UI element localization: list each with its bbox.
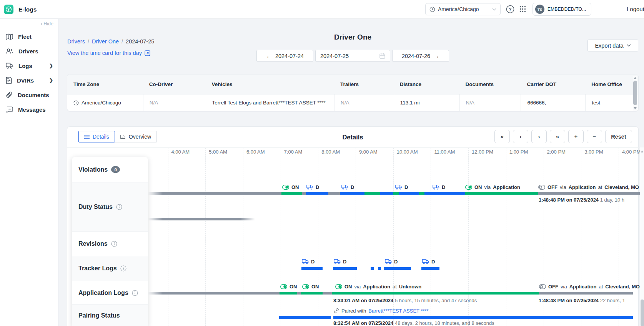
hour-gridline — [281, 148, 281, 326]
timezone-select[interactable]: America/Chicago — [425, 3, 501, 15]
cell-distance: 113.1 mi — [394, 94, 459, 111]
column-header-time-zone: Time Zone — [67, 74, 143, 94]
sidebar-item-documents[interactable]: Documents — [0, 88, 58, 102]
date-navigation: ←2024-07-24 2024-07-25 2024-07-26→ — [67, 50, 639, 62]
lane-label-application-logs: Application Logs — [72, 281, 148, 305]
table-scrollbar[interactable] — [633, 76, 637, 111]
breadcrumb-driver-one[interactable]: Driver One — [92, 38, 119, 45]
clock-icon — [429, 7, 435, 12]
duty-status-bar-segment — [148, 192, 281, 195]
info-icon[interactable] — [111, 241, 117, 247]
lane-label-pairing-status: Pairing Status — [72, 305, 148, 326]
breadcrumb-drivers[interactable]: Drivers — [67, 38, 85, 45]
scroll-down-arrow[interactable] — [634, 107, 637, 109]
prev-date-button[interactable]: ←2024-07-24 — [256, 50, 313, 62]
sidebar-item-messages[interactable]: Messages — [0, 102, 58, 117]
sidebar-item-fleet[interactable]: Fleet — [0, 29, 58, 44]
pan-right-button[interactable]: › — [531, 130, 547, 143]
axis-label: 7:00 AM — [284, 149, 303, 155]
next-date-button[interactable]: 2024-07-26→ — [392, 50, 449, 62]
sidebar-item-dvirs[interactable]: DVIRs ❯ — [0, 73, 58, 88]
duty-status-bar-segment — [281, 192, 302, 195]
timeline-chart: 4:00 AM5:00 AM6:00 AM7:00 AM8:00 AM9:00 … — [67, 147, 644, 326]
axis-label: 8:00 AM — [321, 149, 340, 155]
duty-status-bar-segment — [538, 192, 644, 195]
sidebar: ‹ Hide Fleet Drivers Logs ❯ DVIRs — [0, 19, 58, 326]
breadcrumb-date: 2024-07-25 — [126, 38, 154, 45]
column-header-home-office: Home Office — [585, 74, 638, 94]
info-icon[interactable] — [120, 265, 126, 271]
pan-far-right-button[interactable]: » — [550, 130, 565, 143]
export-data-button[interactable]: Export data — [587, 40, 638, 51]
tracker-logs-event-marker: D — [385, 259, 398, 264]
tracker-logs-bar-segment — [384, 267, 411, 270]
lane-label-tracker-logs: Tracker Logs — [72, 256, 148, 281]
lane-label-violations: Violations0 — [72, 157, 148, 182]
duty-status-bar-segment — [399, 192, 419, 195]
tracker-logs-bar-segment — [333, 267, 357, 270]
sidebar-hide-button[interactable]: ‹ Hide — [41, 21, 53, 26]
axis-label: 5:00 AM — [209, 149, 227, 155]
asset-link[interactable]: Barrett***TEST ASSET **** — [368, 308, 428, 314]
info-icon[interactable] — [116, 204, 122, 210]
pairing-status-timestamp: 8:32:54 AM on 07/25/2024 48 days, 2 hour… — [333, 320, 494, 326]
user-menu-button[interactable]: TS EMBEDDED/TO... — [533, 3, 591, 16]
truck-icon — [341, 184, 348, 190]
sidebar-item-drivers[interactable]: Drivers — [0, 44, 58, 58]
tab-details[interactable]: Details — [78, 131, 115, 142]
chat-icon — [6, 106, 13, 113]
application-logs-timestamp: 1:48:48 PM on 07/25/2024 22 hours, 1 — [539, 298, 625, 303]
duty-status-bar-segment — [306, 192, 328, 195]
pan-left-button[interactable]: ‹ — [513, 130, 528, 143]
scroll-up-arrow[interactable] — [641, 151, 643, 152]
help-button[interactable]: ? — [506, 5, 514, 13]
scroll-up-arrow[interactable] — [634, 77, 637, 79]
toggle-on-icon — [302, 284, 309, 289]
zoom-out-button[interactable]: − — [587, 130, 602, 143]
report-icon — [6, 77, 12, 84]
chart-scrollbar[interactable] — [640, 147, 644, 326]
timezone-value: America/Chicago — [438, 6, 489, 12]
map-icon — [6, 33, 13, 40]
duty-status-event-marker: ON — [282, 184, 299, 190]
application-logs-event-marker: ON — [280, 284, 297, 289]
user-avatar: TS — [535, 5, 544, 14]
truck-icon — [385, 259, 392, 264]
application-logs-bar-segment — [323, 292, 332, 295]
current-date-input[interactable]: 2024-07-25 — [315, 50, 390, 62]
logout-button[interactable]: Logout — [627, 6, 644, 12]
duty-status-event-marker: D — [341, 184, 354, 190]
apps-grid-button[interactable] — [519, 5, 526, 13]
chevron-right-icon: ❯ — [49, 63, 53, 68]
lane-label-panel: Violations0Duty StatusRevisionsTracker L… — [72, 157, 148, 326]
toggle-on-icon — [465, 185, 472, 190]
axis-label: 1:00 PM — [509, 149, 528, 155]
app-name: E-logs — [18, 6, 37, 13]
column-header-carrier-dot: Carrier DOT — [521, 74, 585, 94]
pan-far-left-button[interactable]: « — [494, 130, 510, 143]
zoom-in-button[interactable]: + — [568, 130, 584, 143]
info-icon[interactable] — [132, 290, 138, 296]
reset-button[interactable]: Reset — [605, 130, 632, 143]
duty-status-event-marker: D — [306, 184, 319, 190]
axis-label: 11:00 AM — [434, 149, 455, 155]
duty-status-bar-segment — [393, 192, 399, 195]
toggle-on-icon — [282, 185, 289, 190]
cell-co-driver: N/A — [143, 94, 206, 111]
scrollbar-thumb[interactable] — [641, 300, 644, 326]
tracker-logs-bar-segment — [378, 267, 381, 270]
app-logo[interactable] — [4, 5, 13, 14]
details-panel: Details Overview Details « ‹ › » + − Res… — [67, 126, 639, 326]
toggle-off-icon — [539, 284, 546, 289]
duty-status-bar-segment — [424, 192, 465, 195]
application-logs-bar-segment — [332, 292, 539, 295]
duty-status-bar-segment — [340, 192, 364, 195]
cell-carrier-dot: 666666, — [521, 94, 585, 111]
time-card-link[interactable]: View the time card for this day — [67, 50, 150, 56]
chevron-down-icon — [492, 8, 496, 11]
hour-gridline — [205, 148, 206, 326]
sidebar-item-logs[interactable]: Logs ❯ — [0, 58, 58, 73]
column-header-trailers: Trailers — [334, 74, 394, 94]
scrollbar-thumb[interactable] — [633, 81, 637, 105]
axis-label: 3:00 PM — [584, 149, 603, 155]
